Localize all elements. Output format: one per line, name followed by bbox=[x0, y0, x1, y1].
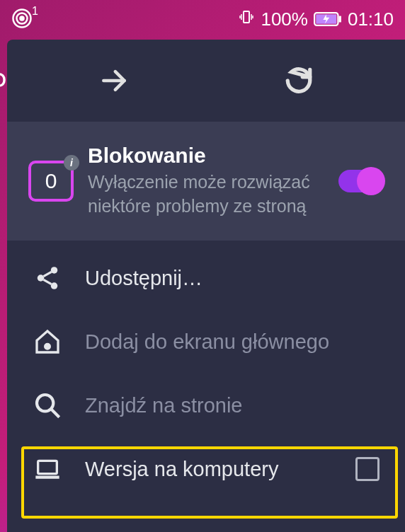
svg-point-12 bbox=[37, 395, 53, 411]
blocking-toggle[interactable] bbox=[338, 170, 384, 192]
forward-button[interactable] bbox=[97, 64, 131, 98]
nav-row bbox=[7, 40, 405, 122]
vibrate-icon bbox=[238, 8, 255, 30]
status-bar: 1 100% 01:10 bbox=[0, 0, 405, 38]
desktop-item[interactable]: Wersja na komputery bbox=[7, 437, 405, 501]
blocking-subtitle: Wyłączenie może rozwiązać niektóre probl… bbox=[88, 170, 324, 219]
clock: 01:10 bbox=[348, 8, 394, 30]
status-left: 1 bbox=[11, 8, 34, 30]
desktop-checkbox[interactable] bbox=[355, 457, 380, 481]
svg-rect-3 bbox=[244, 11, 249, 23]
svg-point-9 bbox=[38, 274, 45, 282]
toggle-knob bbox=[357, 167, 385, 195]
search-icon bbox=[33, 391, 62, 420]
blocking-counter: 0 i bbox=[28, 161, 74, 202]
svg-rect-14 bbox=[38, 461, 57, 473]
share-icon bbox=[33, 263, 62, 293]
desktop-label: Wersja na komputery bbox=[85, 458, 333, 481]
blocking-title: Blokowanie bbox=[88, 144, 324, 168]
svg-line-13 bbox=[51, 409, 59, 417]
blocking-count: 0 bbox=[45, 169, 57, 193]
share-label: Udostępnij… bbox=[85, 267, 380, 290]
battery-percentage: 100% bbox=[261, 8, 308, 30]
blocking-text: Blokowanie Wyłączenie może rozwiązać nie… bbox=[88, 144, 324, 219]
context-menu-panel: 0 i Blokowanie Wyłączenie może rozwiązać… bbox=[7, 40, 405, 532]
svg-point-8 bbox=[51, 267, 58, 274]
info-icon: i bbox=[64, 155, 79, 170]
status-right: 100% 01:10 bbox=[238, 8, 394, 30]
reload-button[interactable] bbox=[282, 64, 316, 98]
svg-rect-6 bbox=[338, 16, 341, 23]
laptop-icon bbox=[33, 454, 62, 484]
svg-point-11 bbox=[45, 344, 50, 349]
find-label: Znajdź na stronie bbox=[85, 394, 380, 417]
home-icon bbox=[33, 327, 62, 357]
find-item[interactable]: Znajdź na stronie bbox=[7, 374, 405, 437]
battery-icon bbox=[314, 12, 342, 26]
menu-list: Udostępnij… Dodaj do ekranu głównego Zna… bbox=[7, 241, 405, 507]
svg-point-10 bbox=[51, 282, 58, 289]
add-home-item[interactable]: Dodaj do ekranu głównego bbox=[7, 310, 405, 374]
add-home-label: Dodaj do ekranu głównego bbox=[85, 330, 380, 354]
blocking-section[interactable]: 0 i Blokowanie Wyłączenie może rozwiązać… bbox=[7, 122, 405, 241]
hotspot-icon: 1 bbox=[11, 8, 34, 30]
svg-point-0 bbox=[21, 17, 24, 21]
hotspot-badge: 1 bbox=[32, 5, 38, 18]
share-item[interactable]: Udostępnij… bbox=[7, 246, 405, 310]
